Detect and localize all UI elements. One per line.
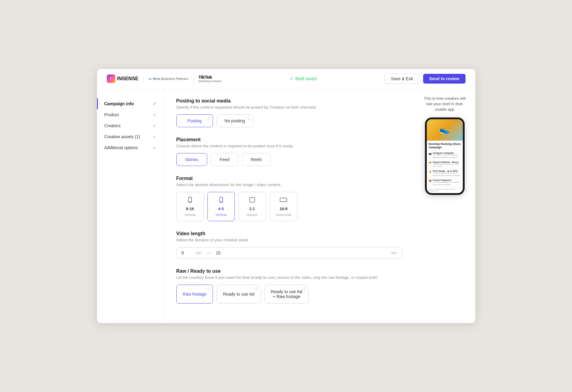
- phone-info-value-3: The brand has set a cap on the maximum p…: [433, 172, 461, 177]
- raw-section: Raw / Ready to use Let the creators know…: [176, 268, 402, 304]
- phone-info-value-4: The brand will deliver the product to yo…: [433, 181, 461, 186]
- insense-icon: I: [107, 74, 115, 83]
- send-review-button[interactable]: Send to review: [423, 74, 466, 84]
- header-actions: Save & Exit Send to review: [384, 74, 465, 84]
- sidebar-item-creators[interactable]: Creators ✓: [97, 120, 164, 131]
- phone-info-row-4: 📦 Product Shipment The brand will delive…: [427, 178, 463, 187]
- posting-desc: Specify if the content requested should …: [176, 105, 402, 110]
- right-panel-text: This is how creators will see your brief…: [420, 96, 469, 113]
- tiktok-sublabel: Marketing Partners: [199, 80, 222, 83]
- format-4-5[interactable]: 4:5 Vertical: [207, 192, 235, 221]
- placement-desc: Choose where the content is required to …: [176, 144, 402, 148]
- format-16-9[interactable]: 16:9 Horizontal: [270, 192, 298, 221]
- app-window: I INSENSE ∞ Meta Business Partners TikTo…: [97, 69, 475, 323]
- phone-info-icon-3: 💰: [429, 170, 432, 173]
- ready-to-use-info-icon[interactable]: ⓘ: [255, 287, 258, 291]
- sidebar-item-label: Creators: [104, 123, 121, 128]
- meta-badge: ∞ Meta Business Partners: [143, 76, 189, 81]
- format-icon-4-5: [218, 196, 225, 205]
- raw-desc: Let the creators know if you need the fi…: [176, 275, 402, 280]
- format-icon-16-9: [279, 196, 287, 205]
- format-icon-9-16: [187, 196, 193, 205]
- body-layout: Campaign info ✓ Product ✓ Creators ✓ Cre…: [97, 88, 475, 323]
- placement-section: Placement Choose where the content is re…: [176, 137, 402, 166]
- placement-reels[interactable]: Reels: [242, 153, 271, 166]
- meta-label: Meta Business Partners: [153, 77, 189, 81]
- posting-option-no-posting[interactable]: No posting ⓘ: [217, 114, 253, 127]
- sidebar-item-label: Product: [104, 112, 119, 117]
- phone-info-icon-1: 📷: [429, 152, 432, 155]
- raw-footage-button[interactable]: ⓘ Raw footage: [176, 285, 213, 304]
- video-length-min-unit: sec: [196, 251, 202, 255]
- sidebar-item-product[interactable]: Product ✓: [97, 109, 164, 120]
- sidebar-check-product: ✓: [153, 112, 156, 117]
- video-length-dash: —: [207, 250, 211, 255]
- sidebar-item-creative-assets[interactable]: Creative assets (1) ✓: [97, 131, 164, 142]
- posting-option-posting[interactable]: Posting ⓘ: [176, 114, 213, 127]
- format-9-16[interactable]: 9:16 Vertical: [176, 192, 204, 221]
- raw-title: Raw / Ready to use: [176, 268, 402, 274]
- ready-plus-raw-button[interactable]: ⓘ Ready to use Ad+ Raw footage: [264, 285, 309, 304]
- header: I INSENSE ∞ Meta Business Partners TikTo…: [97, 69, 475, 88]
- no-posting-info-icon[interactable]: ⓘ: [247, 117, 250, 121]
- save-exit-button[interactable]: Save & Exit: [384, 74, 419, 84]
- meta-icon: ∞: [149, 76, 152, 81]
- phone-mockup: 👟 NonStop Running Shoes Campaign 📷 Insta…: [425, 117, 465, 195]
- raw-options: ⓘ Raw footage ⓘ Ready to use Ad ⓘ Ready …: [176, 285, 402, 304]
- posting-section: Posting to social media Specify if the c…: [176, 98, 402, 127]
- format-1-1[interactable]: 1:1 Square: [239, 192, 266, 221]
- phone-campaign-title: NonStop Running Shoes Campaign: [427, 141, 463, 151]
- header-logos: I INSENSE ∞ Meta Business Partners TikTo…: [107, 74, 222, 83]
- sidebar-item-label: Campaign info: [104, 101, 134, 106]
- sidebar-item-campaign-info[interactable]: Campaign info ✓: [97, 98, 164, 109]
- check-icon: ✓: [290, 76, 293, 81]
- placement-feed[interactable]: Feed: [211, 153, 238, 166]
- brief-saved-indicator: ✓ Brief saved: [290, 76, 317, 81]
- tiktok-label: TikTok: [199, 74, 222, 80]
- insense-logo: I INSENSE: [107, 74, 139, 83]
- insense-label: INSENSE: [117, 76, 139, 81]
- video-length-row: sec — sec: [176, 247, 402, 259]
- tiktok-badge: TikTok Marketing Partners: [193, 74, 222, 83]
- phone-info-icon-4: 📦: [429, 179, 432, 182]
- sidebar: Campaign info ✓ Product ✓ Creators ✓ Cre…: [97, 88, 164, 323]
- sidebar-item-additional-options[interactable]: Additional options ✓: [97, 142, 164, 153]
- sidebar-check-creators: ✓: [153, 123, 156, 128]
- posting-title: Posting to social media: [176, 98, 402, 104]
- phone-info-label-3: Price Range - up to $150: [433, 170, 461, 172]
- sidebar-item-label: Creative assets (1): [104, 134, 140, 139]
- format-icon-1-1: [249, 196, 256, 205]
- format-title: Format: [176, 176, 402, 181]
- sidebar-item-label: Additional options: [104, 145, 138, 150]
- format-section: Format Select the desired dimensions for…: [176, 176, 402, 221]
- video-length-min-input[interactable]: [182, 250, 194, 255]
- phone-info-value-2: The brand will pay for your work with mo…: [433, 163, 461, 168]
- phone-info-value-1: You need to create the content described…: [433, 154, 461, 159]
- svg-rect-4: [250, 197, 255, 202]
- brief-saved-label: Brief saved: [295, 76, 317, 81]
- shoe-image: 👟: [439, 125, 450, 135]
- phone-info-label-1: Instagram Campaign: [433, 152, 461, 154]
- sidebar-check-creative: ✓: [153, 134, 156, 139]
- ready-plus-raw-info-icon[interactable]: ⓘ: [303, 287, 306, 291]
- main-content: Posting to social media Specify if the c…: [164, 88, 414, 323]
- sidebar-check-additional: ✓: [153, 145, 156, 150]
- right-panel: This is how creators will see your brief…: [414, 88, 475, 323]
- header-center: ✓ Brief saved: [222, 76, 385, 81]
- video-length-max-unit: sec: [391, 251, 397, 255]
- phone-info-row-2: 💳 Payment Method - Money The brand will …: [427, 160, 463, 169]
- placement-title: Placement: [176, 137, 402, 142]
- video-length-max-input[interactable]: [216, 250, 228, 255]
- phone-info-row-1: 📷 Instagram Campaign You need to create …: [427, 151, 463, 160]
- phone-info-row-3: 💰 Price Range - up to $150 The brand has…: [427, 169, 463, 178]
- placement-stories[interactable]: Stories: [176, 153, 207, 166]
- phone-header-image: 👟: [427, 119, 463, 141]
- posting-info-icon[interactable]: ⓘ: [207, 117, 210, 121]
- placement-options: Stories Feed Reels: [176, 153, 402, 166]
- phone-info-icon-2: 💳: [429, 161, 432, 164]
- ready-to-use-button[interactable]: ⓘ Ready to use Ad: [217, 285, 261, 304]
- format-desc: Select the desired dimensions for the im…: [176, 182, 402, 187]
- raw-footage-info-icon[interactable]: ⓘ: [207, 287, 210, 291]
- format-options: 9:16 Vertical 4:5 Vertical: [176, 192, 402, 221]
- phone-screen: 👟 NonStop Running Shoes Campaign 📷 Insta…: [427, 119, 463, 193]
